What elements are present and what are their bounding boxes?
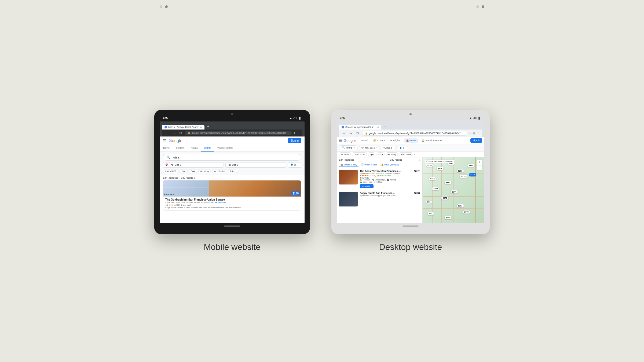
desktop-zoom-out-button[interactable]: − <box>477 165 482 171</box>
mobile-reload-button[interactable]: ↻ <box>178 131 183 135</box>
desktop-apps-icon[interactable]: ⊞ <box>473 132 475 135</box>
desktop-filter-price[interactable]: Under $150 <box>352 152 367 156</box>
map-pin-9[interactable]: $229 <box>432 187 440 190</box>
map-pin-4[interactable]: $288 <box>457 169 464 173</box>
desktop-nav-hotels[interactable]: 🏨 Hotels <box>404 138 419 143</box>
desktop-search-clear[interactable]: × <box>353 146 355 149</box>
desktop-hotel-card-1[interactable]: The Coast Terrace San Francisco,... $279… <box>337 168 422 190</box>
desktop-source-2: Foggy Nights San Franc... <box>375 195 397 197</box>
mobile-hotel-card[interactable]: Francisco $159 The Goldrush Inn San Fran… <box>163 180 301 210</box>
map-pin-14[interactable]: $55 <box>427 212 434 215</box>
mobile-sign-in-button[interactable]: Sign in <box>288 138 301 143</box>
mobile-active-tab[interactable]: hotels - Google Hotel Search × <box>162 125 204 130</box>
desktop-guests-chip[interactable]: 👤 2 › <box>397 146 408 150</box>
desktop-url-bar[interactable]: 🔒 google.com/travel/search?q=hotels&g2lb… <box>362 131 467 136</box>
desktop-menu-icon[interactable]: ☰ <box>339 138 342 143</box>
desktop-hotels-icon: 🏨 <box>406 139 409 142</box>
desktop-omnibox: ← → ↻ 🔒 google.com/travel/search?q=hotel… <box>339 130 482 137</box>
mobile-battery-icon: ▐▌ <box>298 117 301 119</box>
desktop-more-icon[interactable]: ⋮ <box>477 132 480 135</box>
desktop-parking-amenity: 🅿 Parking <box>387 179 396 181</box>
mobile-dot-2 <box>165 5 168 8</box>
mobile-back-button[interactable]: ← <box>164 131 169 135</box>
map-pin-1[interactable]: $210 <box>426 164 433 167</box>
mobile-filter-pool[interactable]: Pool <box>189 169 197 173</box>
mobile-tab-close-icon[interactable]: × <box>200 126 202 128</box>
mobile-forward-button[interactable]: → <box>171 131 176 135</box>
mobile-filter-stars[interactable]: 4- or 5-star <box>212 169 227 173</box>
desktop-nav-explore[interactable]: 🧭 Explore <box>371 138 387 143</box>
desktop-nav-travel[interactable]: Travel <box>359 138 370 143</box>
map-pin-6[interactable]: $163 <box>429 177 436 180</box>
desktop-tab-close-icon[interactable]: × <box>377 126 379 128</box>
desktop-when-to-visit-tab[interactable]: 📅 When to visit <box>360 163 378 167</box>
desktop-bookmark-icon[interactable]: ☆ <box>469 132 471 135</box>
desktop-reload-button[interactable]: ↻ <box>355 131 360 135</box>
map-pin-13[interactable]: $291 <box>457 204 464 208</box>
desktop-map-update-button[interactable]: ☐ Update list when map moves <box>425 160 454 163</box>
mobile-filter-price[interactable]: Under $150 <box>163 169 178 173</box>
mobile-filter-rating[interactable]: 4+ rating <box>198 169 211 173</box>
mobile-url-text: google.com/travel/hotels?q=hotels&g2lb=2… <box>192 132 289 134</box>
desktop-filter-spa[interactable]: Spa <box>368 152 375 156</box>
desktop-filter-more-icon[interactable]: › <box>414 153 415 156</box>
mobile-cal-icon: 📅 <box>165 164 168 166</box>
desktop-search-bar: 🔍 hotels × 📅 Thu, Dec 7 › Fri, Dec 8 › 👤… <box>337 144 484 152</box>
desktop-where-to-stay-tab[interactable]: 🏨 Where to stay <box>339 163 358 167</box>
mobile-filter-row: Under $150 Spa Pool 4+ rating 4- or 5-st… <box>163 169 301 173</box>
map-pin-7[interactable]: $386 <box>444 181 452 184</box>
desktop-map-panel[interactable]: $210 $153 $179 $288 $530 $163 $386 $219 … <box>423 157 484 223</box>
mobile-guests-chip[interactable]: 👤 2 <box>288 162 301 168</box>
desktop-nav-vacation[interactable]: 🏠 Vacation rentals <box>419 138 445 143</box>
desktop-view-offer-button-1[interactable]: View offer <box>360 184 374 188</box>
mobile-checkout-chip[interactable]: Fri, Dec 8 <box>225 162 286 168</box>
mobile-view-map-link[interactable]: 🗺 View map <box>215 202 226 204</box>
desktop-update-btn-text: Update list when map moves <box>429 161 453 162</box>
desktop-what-youll-pay-tab[interactable]: 💰 What you'll pay <box>379 163 400 167</box>
desktop-new-tab-button[interactable]: + <box>382 123 388 130</box>
mobile-more-icon[interactable]: ⋮ <box>297 131 300 135</box>
map-pin-8[interactable]: $219 <box>460 175 467 178</box>
mobile-checkin-chip[interactable]: 📅 Thu, Dec 7 <box>163 162 224 168</box>
mobile-url-bar[interactable]: 🔒 google.com/travel/hotels?q=hotels&g2lb… <box>185 131 292 135</box>
mobile-nav-hotels[interactable]: Hotels <box>201 145 214 152</box>
mobile-nav-explore[interactable]: Explore <box>173 145 188 152</box>
mobile-nav-vacation[interactable]: Vacation rentals <box>214 145 236 152</box>
desktop-filter-pool[interactable]: Pool <box>376 152 385 156</box>
desktop-back-button[interactable]: ← <box>341 131 346 135</box>
desktop-checkout-chip[interactable]: Fri, Dec 8 › <box>380 146 396 150</box>
desktop-results-panel: San Francisco · 330 results ℹ 🏨 Where to… <box>337 157 423 223</box>
mobile-filter-price2[interactable]: Price <box>228 169 237 173</box>
mobile-filter-spa[interactable]: Spa <box>180 169 188 173</box>
mobile-search-icon: 🔍 <box>166 156 170 159</box>
map-pin-12[interactable]: $272 <box>441 196 449 200</box>
mobile-new-tab-button[interactable]: + <box>205 123 211 130</box>
map-pin-10[interactable]: $244 <box>451 190 458 194</box>
mobile-screen: hotels - Google Hotel Search × + ← → ↻ 🔒… <box>160 121 305 223</box>
desktop-checkin-chip[interactable]: 📅 Thu, Dec 7 › <box>359 146 379 150</box>
desktop-nav-flights[interactable]: ✈ Flights <box>388 138 402 143</box>
desktop-sign-in-button[interactable]: Sign in <box>470 138 482 143</box>
desktop-search-input[interactable]: 🔍 hotels × <box>339 145 358 150</box>
desktop-forward-button[interactable]: → <box>348 131 353 135</box>
desktop-filter-stars[interactable]: 4- or 5-star <box>399 152 413 156</box>
map-pin-15[interactable]: $567 <box>444 216 452 219</box>
desktop-hotel-card-2[interactable]: Foggy Nights San Francisco,... $234 Spon… <box>337 190 422 208</box>
mobile-nav-flights[interactable]: Flights <box>187 145 201 152</box>
desktop-filter-all[interactable]: All filters <box>339 152 351 156</box>
desktop-zoom-in-button[interactable]: + <box>477 160 482 165</box>
map-pin-5[interactable]: $530 <box>467 164 475 167</box>
map-pin-selected[interactable]: $115 <box>469 173 477 176</box>
map-pin-2[interactable]: $153 <box>436 167 444 170</box>
mobile-menu-icon[interactable]: ☰ <box>163 139 166 143</box>
desktop-hotel-info-1: The Coast Terrace San Francisco,... $279… <box>360 170 420 188</box>
map-pin-11[interactable]: $71 <box>426 200 432 204</box>
mobile-nav-travel[interactable]: Travel <box>160 145 173 152</box>
desktop-pay-icon: 💰 <box>381 164 384 166</box>
desktop-filter-rating[interactable]: 4+ rating <box>386 152 398 156</box>
mobile-download-icon[interactable]: ⬇ <box>293 131 296 135</box>
mobile-search-input-row[interactable]: 🔍 hotels <box>163 154 301 161</box>
map-pin-16[interactable]: $379 <box>463 210 470 214</box>
desktop-active-tab[interactable]: Search for accommodation... × <box>339 125 381 130</box>
desktop-tab-title: Search for accommodation... <box>345 126 376 128</box>
